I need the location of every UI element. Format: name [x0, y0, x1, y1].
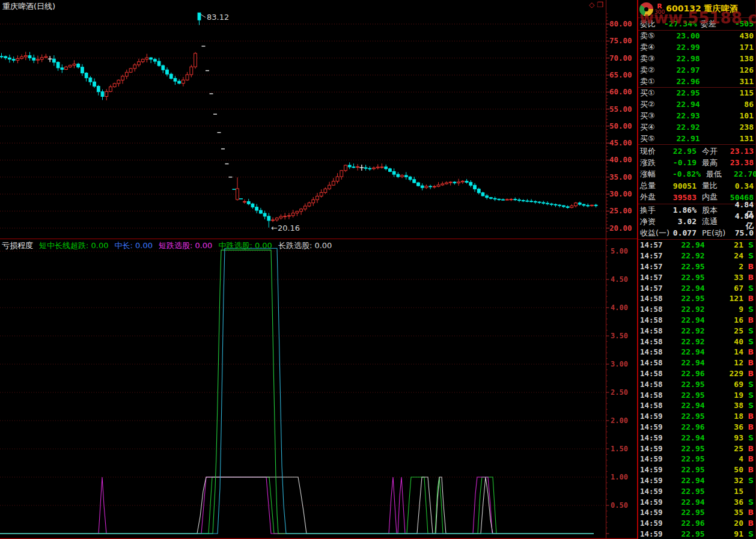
stat-label: 今开: [697, 146, 730, 157]
trade-row: 14:5722.9224S: [638, 251, 755, 261]
main-y-tick: 45.00: [609, 138, 632, 147]
trade-price: 22.92: [668, 337, 718, 346]
trade-row: 14:5822.96229B: [638, 368, 755, 379]
trade-price: 22.95: [668, 508, 718, 517]
stat-label: 内盘: [697, 192, 730, 203]
level-label: 卖④: [640, 42, 666, 53]
trade-time: 14:58: [640, 401, 668, 410]
trade-volume: 67: [718, 284, 743, 293]
level-price[interactable]: 22.91: [666, 134, 710, 143]
trade-direction-flag: S: [743, 433, 754, 442]
trade-direction-flag: B: [743, 294, 754, 303]
trade-volume: 36: [718, 422, 743, 431]
level-volume: 138: [710, 54, 754, 63]
trade-time: 14:59: [640, 444, 668, 453]
level-price[interactable]: 22.96: [666, 77, 710, 86]
indicator-y-tick: 4.00: [611, 303, 628, 312]
trade-volume: 9: [718, 305, 743, 314]
level-price[interactable]: 23.00: [666, 31, 710, 40]
trade-price: 22.94: [668, 433, 718, 442]
trade-time: 14:58: [640, 391, 668, 400]
trade-price: 22.92: [668, 251, 718, 260]
diff-value: -505: [725, 19, 754, 28]
bid-row[interactable]: 买①22.95115: [638, 87, 755, 99]
trade-row: 14:5922.9550B: [638, 464, 755, 475]
trade-volume: 16: [718, 315, 743, 324]
stat-label: 现价: [640, 146, 672, 157]
indicator-y-tick: 3.50: [611, 332, 628, 340]
trade-direction-flag: B: [743, 422, 754, 431]
level-label: 买②: [640, 99, 666, 110]
indicator-y-tick: 5.00: [611, 247, 628, 255]
ask-row[interactable]: 卖②22.97126: [638, 64, 755, 76]
level-volume: 171: [710, 43, 754, 52]
level-label: 买④: [640, 122, 666, 133]
level-price[interactable]: 22.97: [666, 65, 710, 75]
ask-row[interactable]: 卖①22.96311: [638, 76, 755, 87]
ask-row[interactable]: 卖③22.98138: [638, 53, 755, 64]
trade-price: 22.94: [668, 347, 718, 356]
indicator-y-tick: 2.50: [611, 388, 628, 397]
bid-row[interactable]: 买②22.9486: [638, 99, 755, 110]
level-price[interactable]: 22.99: [666, 43, 710, 52]
trade-time: 14:57: [640, 240, 668, 249]
trade-row: 14:5822.9225S: [638, 325, 755, 336]
tick-trade-list[interactable]: 14:5722.9421S14:5722.9224S14:5722.952B14…: [638, 240, 755, 539]
main-y-tick: 75.00: [609, 36, 632, 45]
bid-row[interactable]: 买③22.93101: [638, 110, 755, 121]
quote-header: R 300 600132 重庆啤酒: [638, 0, 755, 17]
trade-price: 22.94: [668, 498, 718, 507]
diamond-icon[interactable]: ◇: [589, 1, 597, 9]
trade-volume: 69: [718, 380, 743, 389]
stat-row: 现价22.95今开23.13: [638, 145, 755, 157]
trade-volume: 32: [718, 476, 743, 485]
indicator-y-tick: 1.50: [611, 445, 628, 453]
trade-direction-flag: B: [743, 508, 754, 517]
trade-direction-flag: B: [743, 412, 754, 421]
indicator-line-短中长线超跌: [0, 250, 594, 534]
level-price[interactable]: 22.94: [666, 100, 710, 109]
level-label: 卖③: [640, 53, 666, 64]
ask-row[interactable]: 卖⑤23.00430: [638, 30, 755, 41]
stat-label: 股本: [697, 205, 730, 216]
trade-direction-flag: S: [743, 476, 754, 485]
trade-volume: 15: [718, 487, 743, 496]
level-label: 买③: [640, 111, 666, 121]
trade-volume: 25: [718, 444, 743, 453]
stat-row: 净资3.02流通4.84亿: [638, 216, 755, 227]
stat-value: 1.86%: [672, 206, 697, 215]
restore-window-icon[interactable]: ❐: [597, 1, 606, 9]
bid-row[interactable]: 买⑤22.91131: [638, 133, 755, 144]
trade-row: 14:5822.929S: [638, 304, 755, 315]
chart-corner-controls: ◇❐: [589, 1, 606, 9]
main-candlestick-chart[interactable]: 80.0075.0070.0065.0060.0055.0050.0045.00…: [0, 0, 637, 239]
level-price[interactable]: 22.92: [666, 123, 710, 132]
ask-row[interactable]: 卖④22.99171: [638, 41, 755, 53]
trade-time: 14:58: [640, 326, 668, 335]
trade-volume: 25: [718, 326, 743, 335]
level-price[interactable]: 22.93: [666, 111, 710, 120]
level-price[interactable]: 22.95: [666, 88, 710, 97]
trade-time: 14:59: [640, 433, 668, 442]
trade-time: 14:57: [640, 284, 668, 293]
trade-volume: 93: [718, 433, 743, 442]
main-y-tick: 55.00: [609, 105, 632, 114]
indicator-y-tick: 4.50: [611, 275, 628, 284]
trade-price: 22.94: [668, 401, 718, 410]
trade-row: 14:5922.9432S: [638, 475, 755, 486]
trade-price: 22.95: [668, 262, 718, 271]
level-price[interactable]: 22.98: [666, 54, 710, 63]
stock-code-name[interactable]: 600132 重庆啤酒: [666, 4, 737, 14]
trade-price: 22.94: [668, 240, 718, 249]
indicator-chart[interactable]: 5.004.504.003.503.002.502.001.501.000.50: [0, 239, 637, 539]
bid-row[interactable]: 买④22.92238: [638, 121, 755, 133]
indicator-pane: 5.004.504.003.503.002.502.001.501.000.50…: [0, 239, 637, 539]
trade-direction-flag: B: [743, 465, 754, 474]
price-stats-block: 现价22.95今开23.13涨跌-0.19最高23.38涨幅-0.82%最低22…: [638, 145, 755, 203]
high-price-label: 83.12: [207, 13, 229, 22]
trade-time: 14:59: [640, 508, 668, 517]
trade-time: 14:58: [640, 380, 668, 389]
trade-direction-flag: B: [743, 369, 754, 378]
trade-price: 22.95: [668, 444, 718, 453]
main-y-tick: 80.00: [609, 19, 632, 28]
